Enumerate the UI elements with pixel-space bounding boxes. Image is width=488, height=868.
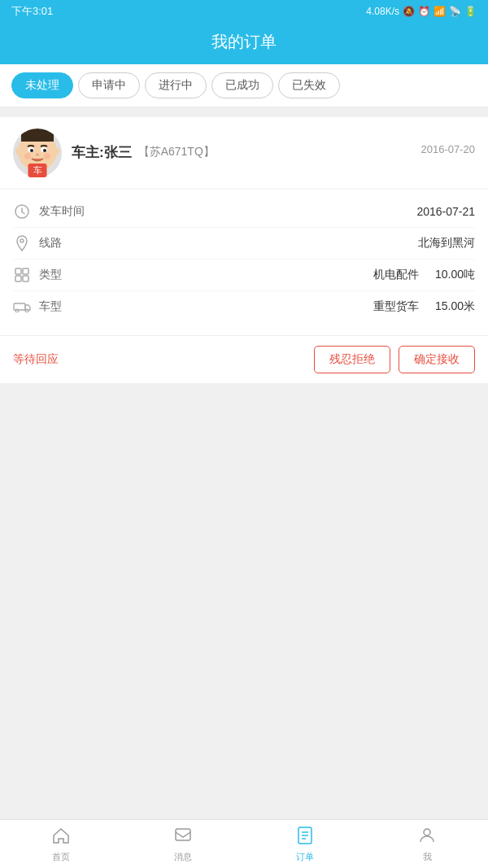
nav-item-order[interactable]: 订单 (244, 820, 366, 868)
alarm-icon: ⏰ (418, 6, 430, 17)
order-icon (295, 826, 315, 848)
detail-value-type-weight: 10.00吨 (435, 268, 475, 282)
tab-inprogress[interactable]: 进行中 (145, 72, 207, 98)
detail-value-vehicle-length: 15.00米 (435, 299, 475, 314)
detail-row-vehicle: 车型 重型货车 15.00米 (13, 291, 475, 322)
nav-label-order: 订单 (296, 851, 314, 863)
detail-values-vehicle: 重型货车 15.00米 (104, 299, 475, 314)
svg-point-10 (24, 153, 31, 159)
svg-rect-16 (15, 268, 21, 274)
category-icon (13, 266, 31, 284)
detail-label-route: 线路 (39, 236, 104, 251)
nav-item-home[interactable]: 首页 (0, 820, 122, 868)
network-speed: 4.08K/s (366, 6, 399, 17)
content-area: 车 车主:张三 【苏A671TQ】 2016-07-20 (0, 107, 488, 819)
order-card: 车 车主:张三 【苏A671TQ】 2016-07-20 (0, 117, 488, 383)
card-header-info: 车主:张三 【苏A671TQ】 2016-07-20 (72, 143, 475, 164)
signal-icon: 📡 (449, 6, 461, 17)
nav-item-message[interactable]: 消息 (122, 820, 244, 868)
tab-success[interactable]: 已成功 (211, 72, 273, 98)
reject-button[interactable]: 残忍拒绝 (314, 346, 390, 373)
nav-item-me[interactable]: 我 (366, 820, 488, 868)
clock-icon (13, 203, 31, 220)
detail-value-vehicle-type: 重型货车 (373, 299, 419, 314)
detail-values-type: 机电配件 10.00吨 (104, 268, 475, 282)
nav-label-me: 我 (423, 851, 432, 863)
tab-invalid[interactable]: 已失效 (278, 72, 340, 98)
battery-icon: 🔋 (464, 6, 477, 17)
tab-bar: 未处理 申请中 进行中 已成功 已失效 (0, 64, 488, 107)
detail-value-route: 北海到黑河 (418, 236, 475, 251)
svg-point-5 (30, 149, 33, 152)
detail-value-time: 2016-07-21 (416, 205, 475, 218)
detail-row-time: 发车时间 2016-07-21 (13, 196, 475, 228)
location-icon (13, 234, 31, 252)
mute-icon: 🔕 (403, 6, 415, 17)
svg-point-7 (36, 154, 39, 156)
svg-rect-18 (15, 276, 21, 281)
detail-value-type-name: 机电配件 (373, 268, 419, 282)
card-header: 车 车主:张三 【苏A671TQ】 2016-07-20 (0, 117, 488, 190)
svg-rect-20 (14, 303, 25, 310)
svg-rect-2 (21, 133, 54, 142)
detail-row-type: 类型 机电配件 10.00吨 (13, 260, 475, 291)
svg-point-11 (44, 153, 50, 159)
detail-row-route: 线路 北海到黑河 (13, 228, 475, 260)
svg-line-14 (22, 212, 24, 214)
card-details: 发车时间 2016-07-21 线路 北海到黑河 (0, 190, 488, 335)
tab-applying[interactable]: 申请中 (78, 72, 140, 98)
tab-unhandled[interactable]: 未处理 (11, 72, 73, 98)
svg-point-15 (20, 239, 24, 242)
owner-line: 车主:张三 【苏A671TQ】 2016-07-20 (72, 143, 475, 162)
page-title: 我的订单 (211, 33, 277, 50)
svg-point-8 (15, 148, 20, 155)
footer-buttons: 残忍拒绝 确定接收 (314, 346, 475, 373)
waiting-text: 等待回应 (13, 352, 59, 367)
detail-label-time: 发车时间 (39, 204, 104, 219)
truck-icon (13, 298, 31, 316)
wifi-icon: 📶 (434, 6, 446, 17)
svg-point-28 (424, 829, 430, 835)
status-right: 4.08K/s 🔕 ⏰ 📶 📡 🔋 (366, 6, 477, 17)
detail-label-type: 类型 (39, 268, 104, 282)
plate-number: 【苏A671TQ】 (138, 145, 215, 159)
card-footer: 等待回应 残忍拒绝 确定接收 (0, 335, 488, 383)
home-icon (51, 826, 71, 848)
svg-point-6 (43, 149, 46, 152)
order-date: 2016-07-20 (421, 143, 476, 155)
avatar-wrap: 车 (13, 129, 62, 177)
bottom-nav: 首页 消息 订单 我 (0, 819, 488, 868)
accept-button[interactable]: 确定接收 (399, 346, 475, 373)
detail-label-vehicle: 车型 (39, 299, 104, 314)
person-icon (417, 826, 437, 848)
message-icon (173, 826, 193, 848)
svg-rect-19 (23, 276, 28, 281)
svg-rect-17 (23, 268, 28, 274)
status-bar: 下午3:01 4.08K/s 🔕 ⏰ 📶 📡 🔋 (0, 0, 488, 23)
svg-point-9 (54, 148, 59, 155)
page-header: 我的订单 (0, 23, 488, 64)
nav-label-home: 首页 (52, 851, 70, 863)
avatar-badge: 车 (28, 164, 47, 177)
nav-label-message: 消息 (174, 851, 192, 863)
svg-rect-23 (176, 829, 190, 840)
detail-values-route: 北海到黑河 (104, 236, 475, 251)
status-time: 下午3:01 (11, 4, 53, 19)
detail-values-time: 2016-07-21 (104, 205, 475, 218)
owner-name: 车主:张三 (72, 143, 132, 162)
